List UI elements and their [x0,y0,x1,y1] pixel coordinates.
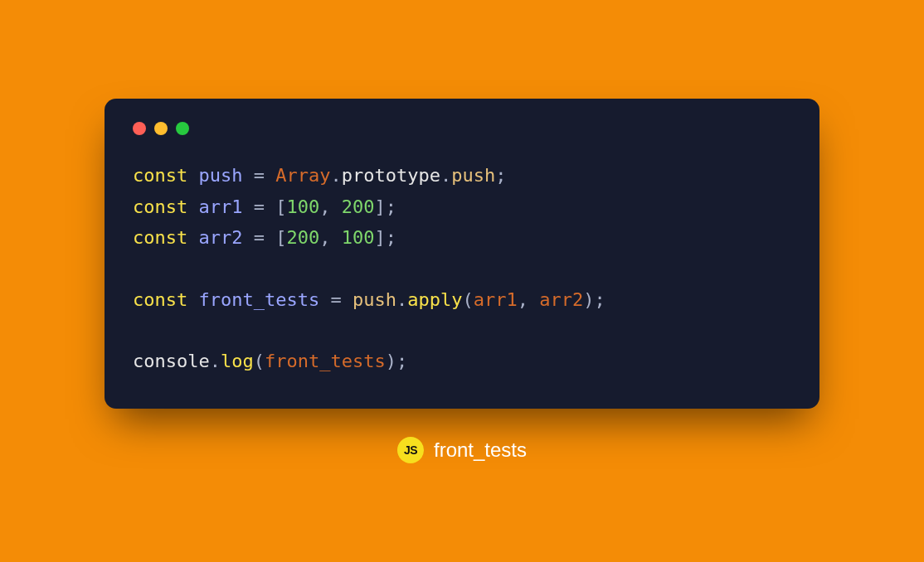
property: prototype [342,165,440,186]
punct: , [319,227,342,248]
punct: , [518,289,540,310]
punct: = [242,196,275,217]
punct: . [210,351,221,371]
punct: . [440,165,451,186]
punct: , [319,196,342,217]
code-block: const push = Array.prototype.push; const… [133,160,791,377]
punct: ] [374,196,385,217]
punct: = [242,165,275,186]
punct: ; [594,289,605,310]
keyword-const: const [133,227,187,248]
punct: ) [583,289,594,310]
argument: front_tests [265,351,386,371]
punct: = [242,227,275,248]
argument: arr2 [539,289,583,310]
punct: ; [495,165,506,186]
punct: [ [275,196,286,217]
punct: ) [386,351,396,371]
method: log [221,351,254,371]
traffic-lights [133,122,791,135]
number: 100 [286,196,319,217]
punct: = [319,289,353,310]
js-badge-icon: JS [397,437,424,463]
close-icon [133,122,146,135]
code-window: const push = Array.prototype.push; const… [105,99,819,409]
punct: ( [462,289,473,310]
punct: . [396,289,407,310]
number: 200 [286,227,319,248]
identifier: arr1 [198,196,242,217]
class-name: Array [275,165,330,186]
footer-label: front_tests [434,438,527,462]
footer: JS front_tests [397,437,527,463]
callee: push [353,289,396,310]
keyword-const: const [133,196,187,217]
identifier: front_tests [198,289,319,310]
argument: arr1 [474,289,518,310]
punct: ; [396,351,407,371]
punct: ( [254,351,265,371]
minimize-icon [154,122,168,135]
keyword-const: const [133,165,187,186]
property: push [451,165,495,186]
number: 100 [342,227,375,248]
punct: . [330,165,341,186]
maximize-icon [176,122,189,135]
punct: ; [386,227,396,248]
punct: ] [374,227,385,248]
number: 200 [342,196,375,217]
punct: ; [386,196,396,217]
identifier: arr2 [198,227,242,248]
object: console [133,351,210,371]
method: apply [407,289,462,310]
punct: [ [275,227,286,248]
identifier: push [198,165,242,186]
keyword-const: const [133,289,187,310]
